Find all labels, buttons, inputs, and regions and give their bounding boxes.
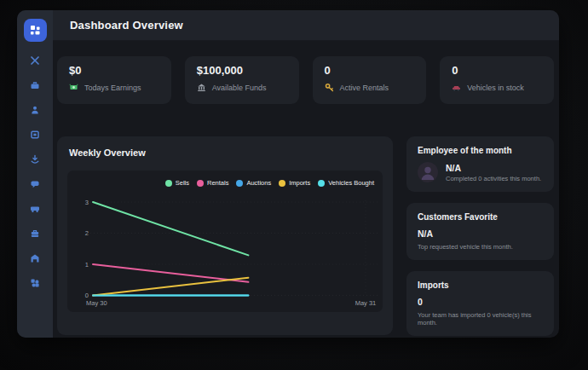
sidebar-item-chat[interactable] xyxy=(27,177,43,191)
sidebar-item-briefcase[interactable] xyxy=(27,78,43,92)
employee-caption: Completed 0 activities this month. xyxy=(446,175,541,182)
employee-avatar xyxy=(418,162,438,182)
dashboard-icon xyxy=(30,25,41,36)
card-title: Employee of the month xyxy=(418,146,543,155)
favorite-caption: Top requested vehicle this month. xyxy=(418,243,543,251)
stat-value: $0 xyxy=(69,64,159,77)
money-wings-icon xyxy=(69,83,78,92)
stat-card-todays-earnings: $0 Todays Earnings xyxy=(57,56,171,104)
imports-card: Imports 0 Your team has imported 0 vehic… xyxy=(406,271,554,336)
lower-area: Weekly Overview SellsRentalsAuctionsImpo… xyxy=(57,136,554,336)
stat-card-available-funds: $100,000 Available Funds xyxy=(185,56,299,104)
series-line-imports xyxy=(93,278,248,296)
series-line-sells xyxy=(93,202,248,255)
right-column: Employee of the month N/A Completed 0 xyxy=(406,136,554,336)
car-icon xyxy=(452,83,461,92)
sidebar-item-user[interactable] xyxy=(27,103,43,117)
stat-value: 0 xyxy=(452,64,542,77)
customers-favorite-card: Customers Favorite N/A Top requested veh… xyxy=(406,203,554,260)
x-tick-label: May 31 xyxy=(355,299,377,307)
chat-icon xyxy=(30,179,40,189)
card-icon xyxy=(30,130,40,140)
sidebar-item-van[interactable] xyxy=(27,202,43,216)
sidebar-item-dashboard[interactable] xyxy=(24,19,47,42)
header-bar: Dashboard Overview xyxy=(53,10,559,41)
card-title: Imports xyxy=(418,280,543,290)
stat-label: Available Funds xyxy=(212,84,267,92)
weekly-chart: 3210May 30May 31 xyxy=(67,171,383,312)
puzzle-icon xyxy=(30,278,40,288)
main-area: Dashboard Overview $0 xyxy=(53,10,559,338)
sidebar-item-trade-arrows[interactable] xyxy=(27,54,43,67)
content-area: $0 Todays Earnings xyxy=(53,41,559,338)
y-tick-label: 2 xyxy=(85,229,89,237)
weekly-chart-container: SellsRentalsAuctionsImportsVehicles Boug… xyxy=(67,171,383,312)
sidebar-item-import-download[interactable] xyxy=(27,153,43,166)
employee-name: N/A xyxy=(446,163,541,173)
weekly-overview-panel: Weekly Overview SellsRentalsAuctionsImpo… xyxy=(57,136,393,335)
employee-of-the-month-card: Employee of the month N/A Completed 0 xyxy=(406,136,554,192)
garage-icon xyxy=(30,253,40,263)
imports-count: 0 xyxy=(418,297,543,307)
briefcase-icon xyxy=(30,80,40,90)
sidebar-item-garage[interactable] xyxy=(27,251,43,265)
imports-caption: Your team has imported 0 vehicle(s) this… xyxy=(418,311,543,327)
weekly-overview-title: Weekly Overview xyxy=(69,147,383,158)
card-title: Customers Favorite xyxy=(418,212,543,222)
y-tick-label: 1 xyxy=(85,261,89,269)
stat-card-active-rentals: 0 Active Rentals xyxy=(313,56,427,104)
person-silhouette-icon xyxy=(418,162,438,182)
stat-label: Vehicles in stock xyxy=(467,84,524,92)
sidebar-item-puzzle[interactable] xyxy=(27,276,43,290)
sidebar-item-card[interactable] xyxy=(27,128,43,142)
page-title: Dashboard Overview xyxy=(70,19,183,32)
user-icon xyxy=(30,105,40,115)
app-window: Dashboard Overview $0 xyxy=(17,10,559,338)
briefcase-2-icon xyxy=(30,228,40,239)
stat-label: Todays Earnings xyxy=(84,84,141,92)
import-download-icon xyxy=(30,154,40,165)
stat-label: Active Rentals xyxy=(340,84,389,92)
favorite-vehicle: N/A xyxy=(418,228,543,239)
bank-icon xyxy=(197,83,206,92)
trade-arrows-icon xyxy=(30,55,40,66)
key-icon xyxy=(325,83,334,92)
van-icon xyxy=(30,204,40,214)
sidebar-item-briefcase-2[interactable] xyxy=(27,227,43,240)
series-line-rentals xyxy=(93,264,248,282)
sidebar xyxy=(17,10,53,338)
stat-value: $100,000 xyxy=(197,64,287,77)
stat-card-vehicles-in-stock: 0 Vehicles in stock xyxy=(440,56,554,104)
stats-row: $0 Todays Earnings xyxy=(57,56,554,104)
stat-value: 0 xyxy=(325,64,415,77)
x-tick-label: May 30 xyxy=(86,299,107,307)
y-tick-label: 3 xyxy=(85,199,89,206)
